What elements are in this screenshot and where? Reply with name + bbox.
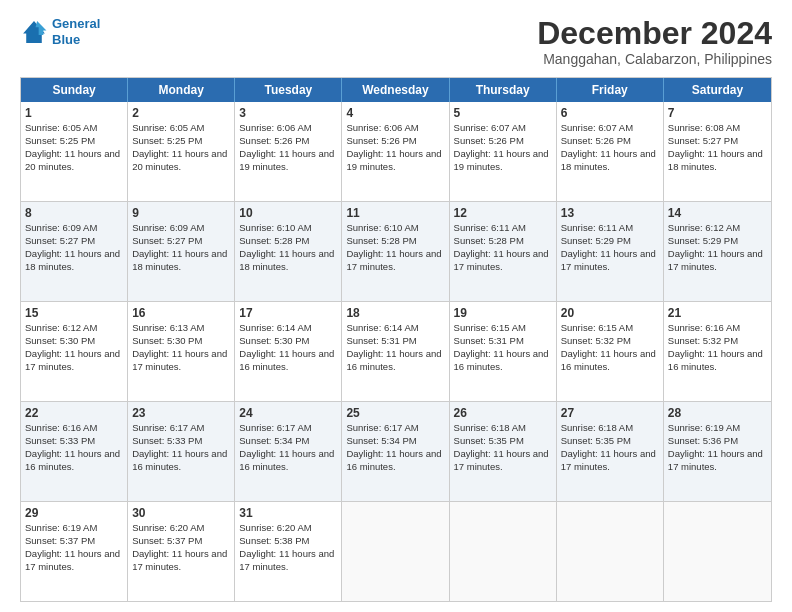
sunset: Sunset: 5:25 PM — [25, 135, 123, 148]
sunrise: Sunrise: 6:14 AM — [239, 322, 337, 335]
sunrise: Sunrise: 6:06 AM — [346, 122, 444, 135]
sunrise: Sunrise: 6:08 AM — [668, 122, 767, 135]
daylight: Daylight: 11 hours and 16 minutes. — [25, 448, 123, 474]
sunrise: Sunrise: 6:05 AM — [132, 122, 230, 135]
day-number: 11 — [346, 205, 444, 221]
calendar-row-1: 8Sunrise: 6:09 AMSunset: 5:27 PMDaylight… — [21, 201, 771, 301]
daylight: Daylight: 11 hours and 18 minutes. — [239, 248, 337, 274]
calendar-header: SundayMondayTuesdayWednesdayThursdayFrid… — [21, 78, 771, 102]
day-cell-20: 20Sunrise: 6:15 AMSunset: 5:32 PMDayligh… — [557, 302, 664, 401]
sunrise: Sunrise: 6:17 AM — [132, 422, 230, 435]
sunrise: Sunrise: 6:14 AM — [346, 322, 444, 335]
daylight: Daylight: 11 hours and 17 minutes. — [132, 348, 230, 374]
page: General Blue December 2024 Manggahan, Ca… — [0, 0, 792, 612]
day-cell-21: 21Sunrise: 6:16 AMSunset: 5:32 PMDayligh… — [664, 302, 771, 401]
day-cell-19: 19Sunrise: 6:15 AMSunset: 5:31 PMDayligh… — [450, 302, 557, 401]
sunrise: Sunrise: 6:18 AM — [561, 422, 659, 435]
day-number: 30 — [132, 505, 230, 521]
daylight: Daylight: 11 hours and 16 minutes. — [454, 348, 552, 374]
sunrise: Sunrise: 6:19 AM — [668, 422, 767, 435]
day-number: 31 — [239, 505, 337, 521]
day-cell-18: 18Sunrise: 6:14 AMSunset: 5:31 PMDayligh… — [342, 302, 449, 401]
daylight: Daylight: 11 hours and 17 minutes. — [668, 248, 767, 274]
sunrise: Sunrise: 6:09 AM — [25, 222, 123, 235]
sunrise: Sunrise: 6:20 AM — [239, 522, 337, 535]
day-number: 8 — [25, 205, 123, 221]
sunset: Sunset: 5:35 PM — [561, 435, 659, 448]
day-cell-9: 9Sunrise: 6:09 AMSunset: 5:27 PMDaylight… — [128, 202, 235, 301]
day-cell-11: 11Sunrise: 6:10 AMSunset: 5:28 PMDayligh… — [342, 202, 449, 301]
day-number: 17 — [239, 305, 337, 321]
daylight: Daylight: 11 hours and 17 minutes. — [25, 348, 123, 374]
day-number: 6 — [561, 105, 659, 121]
sunset: Sunset: 5:35 PM — [454, 435, 552, 448]
sunset: Sunset: 5:33 PM — [25, 435, 123, 448]
day-cell-13: 13Sunrise: 6:11 AMSunset: 5:29 PMDayligh… — [557, 202, 664, 301]
sunrise: Sunrise: 6:13 AM — [132, 322, 230, 335]
sunset: Sunset: 5:26 PM — [239, 135, 337, 148]
day-cell-26: 26Sunrise: 6:18 AMSunset: 5:35 PMDayligh… — [450, 402, 557, 501]
header: General Blue December 2024 Manggahan, Ca… — [20, 16, 772, 67]
day-number: 13 — [561, 205, 659, 221]
sunset: Sunset: 5:28 PM — [346, 235, 444, 248]
sunrise: Sunrise: 6:17 AM — [346, 422, 444, 435]
day-cell-2: 2Sunrise: 6:05 AMSunset: 5:25 PMDaylight… — [128, 102, 235, 201]
daylight: Daylight: 11 hours and 16 minutes. — [346, 348, 444, 374]
day-cell-31: 31Sunrise: 6:20 AMSunset: 5:38 PMDayligh… — [235, 502, 342, 601]
day-cell-14: 14Sunrise: 6:12 AMSunset: 5:29 PMDayligh… — [664, 202, 771, 301]
sunset: Sunset: 5:34 PM — [239, 435, 337, 448]
sunrise: Sunrise: 6:19 AM — [25, 522, 123, 535]
daylight: Daylight: 11 hours and 18 minutes. — [561, 148, 659, 174]
sunset: Sunset: 5:29 PM — [561, 235, 659, 248]
sunrise: Sunrise: 6:15 AM — [561, 322, 659, 335]
sunrise: Sunrise: 6:05 AM — [25, 122, 123, 135]
day-number: 3 — [239, 105, 337, 121]
logo-blue: Blue — [52, 32, 80, 47]
sunset: Sunset: 5:30 PM — [239, 335, 337, 348]
sunrise: Sunrise: 6:16 AM — [25, 422, 123, 435]
day-cell-23: 23Sunrise: 6:17 AMSunset: 5:33 PMDayligh… — [128, 402, 235, 501]
sunrise: Sunrise: 6:11 AM — [454, 222, 552, 235]
logo: General Blue — [20, 16, 100, 47]
day-number: 9 — [132, 205, 230, 221]
day-number: 26 — [454, 405, 552, 421]
daylight: Daylight: 11 hours and 18 minutes. — [132, 248, 230, 274]
empty-cell — [664, 502, 771, 601]
sunrise: Sunrise: 6:10 AM — [239, 222, 337, 235]
logo-general: General — [52, 16, 100, 31]
sunset: Sunset: 5:27 PM — [25, 235, 123, 248]
weekday-header-monday: Monday — [128, 78, 235, 102]
sunrise: Sunrise: 6:20 AM — [132, 522, 230, 535]
day-number: 18 — [346, 305, 444, 321]
sunset: Sunset: 5:30 PM — [132, 335, 230, 348]
day-cell-10: 10Sunrise: 6:10 AMSunset: 5:28 PMDayligh… — [235, 202, 342, 301]
sunrise: Sunrise: 6:09 AM — [132, 222, 230, 235]
weekday-header-thursday: Thursday — [450, 78, 557, 102]
month-title: December 2024 — [537, 16, 772, 51]
day-cell-12: 12Sunrise: 6:11 AMSunset: 5:28 PMDayligh… — [450, 202, 557, 301]
logo-icon — [20, 18, 48, 46]
day-number: 7 — [668, 105, 767, 121]
day-cell-4: 4Sunrise: 6:06 AMSunset: 5:26 PMDaylight… — [342, 102, 449, 201]
daylight: Daylight: 11 hours and 16 minutes. — [561, 348, 659, 374]
sunset: Sunset: 5:27 PM — [132, 235, 230, 248]
day-number: 19 — [454, 305, 552, 321]
sunset: Sunset: 5:28 PM — [454, 235, 552, 248]
day-number: 1 — [25, 105, 123, 121]
calendar-body: 1Sunrise: 6:05 AMSunset: 5:25 PMDaylight… — [21, 102, 771, 601]
sunset: Sunset: 5:26 PM — [561, 135, 659, 148]
sunset: Sunset: 5:26 PM — [346, 135, 444, 148]
day-cell-24: 24Sunrise: 6:17 AMSunset: 5:34 PMDayligh… — [235, 402, 342, 501]
day-cell-27: 27Sunrise: 6:18 AMSunset: 5:35 PMDayligh… — [557, 402, 664, 501]
daylight: Daylight: 11 hours and 17 minutes. — [668, 448, 767, 474]
daylight: Daylight: 11 hours and 16 minutes. — [239, 448, 337, 474]
day-number: 5 — [454, 105, 552, 121]
daylight: Daylight: 11 hours and 18 minutes. — [668, 148, 767, 174]
sunrise: Sunrise: 6:12 AM — [25, 322, 123, 335]
day-number: 15 — [25, 305, 123, 321]
calendar-row-0: 1Sunrise: 6:05 AMSunset: 5:25 PMDaylight… — [21, 102, 771, 201]
daylight: Daylight: 11 hours and 18 minutes. — [25, 248, 123, 274]
weekday-header-tuesday: Tuesday — [235, 78, 342, 102]
day-number: 22 — [25, 405, 123, 421]
day-number: 24 — [239, 405, 337, 421]
